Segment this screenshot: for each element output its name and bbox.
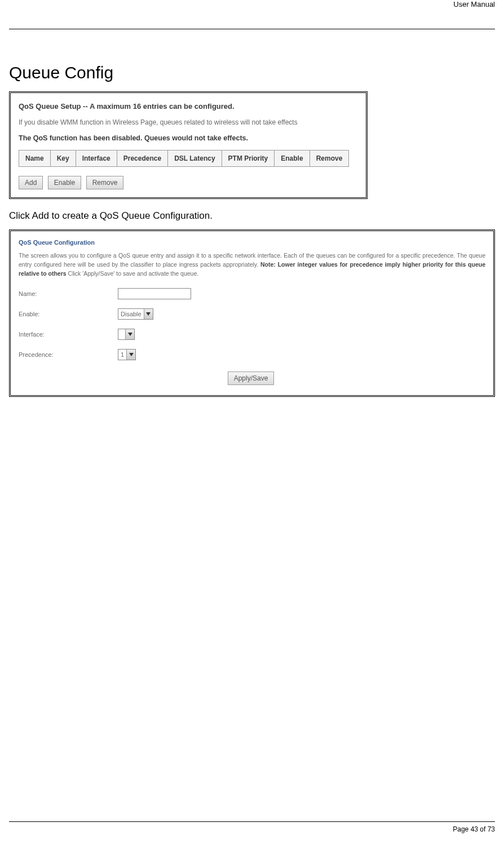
row-interface: Interface:	[19, 329, 485, 340]
chevron-down-icon	[126, 350, 135, 360]
page-footer: Page 43 of 73	[9, 821, 495, 833]
enable-button[interactable]: Enable	[48, 176, 81, 189]
chevron-down-icon	[125, 329, 134, 339]
col-enable: Enable	[275, 151, 310, 167]
label-enable: Enable:	[19, 311, 118, 317]
col-interface: Interface	[76, 151, 117, 167]
page-title: Queue Config	[9, 63, 495, 82]
add-button[interactable]: Add	[19, 176, 43, 189]
col-name: Name	[19, 151, 51, 167]
svg-marker-1	[128, 333, 132, 336]
label-interface: Interface:	[19, 331, 118, 338]
enable-select[interactable]: Disable	[118, 308, 153, 320]
remove-button[interactable]: Remove	[86, 176, 124, 189]
chevron-down-icon	[144, 309, 153, 319]
panel-setup-note: If you disable WMM function in Wireless …	[19, 118, 358, 126]
qos-setup-panel: QoS Queue Setup -- A maximum 16 entries …	[9, 91, 368, 199]
panel-config-desc: The screen allows you to configure a QoS…	[19, 251, 485, 278]
row-precedence: Precedence: 1	[19, 349, 485, 360]
enable-value: Disable	[121, 311, 144, 317]
instruction-text: Click Add to create a QoS Queue Configur…	[9, 210, 495, 222]
apply-row: Apply/Save	[19, 372, 485, 385]
desc-post: Click 'Apply/Save' to save and activate …	[67, 270, 199, 277]
name-input[interactable]	[118, 288, 191, 299]
row-enable: Enable: Disable	[19, 308, 485, 320]
setup-button-row: Add Enable Remove	[19, 176, 358, 189]
doc-header: User Manual	[9, 0, 495, 11]
panel-setup-status: The QoS function has been disabled. Queu…	[19, 134, 358, 142]
table-header-row: Name Key Interface Precedence DSL Latenc…	[19, 151, 349, 167]
precedence-select[interactable]: 1	[118, 349, 136, 360]
col-remove: Remove	[310, 151, 349, 167]
panel-setup-title: QoS Queue Setup -- A maximum 16 entries …	[19, 102, 358, 110]
svg-marker-2	[129, 353, 134, 356]
panel-config-title: QoS Queue Configuration	[19, 239, 485, 246]
label-name: Name:	[19, 290, 118, 297]
qos-config-panel: QoS Queue Configuration The screen allow…	[9, 229, 495, 397]
svg-marker-0	[146, 312, 151, 316]
label-precedence: Precedence:	[19, 351, 118, 358]
row-name: Name:	[19, 288, 485, 299]
col-ptm-priority: PTM Priority	[222, 151, 275, 167]
queue-table: Name Key Interface Precedence DSL Latenc…	[19, 150, 349, 167]
page-number: Page 43 of 73	[9, 822, 495, 833]
precedence-value: 1	[121, 351, 126, 358]
apply-save-button[interactable]: Apply/Save	[228, 372, 275, 385]
header-rule	[9, 29, 495, 29]
col-precedence: Precedence	[117, 151, 167, 167]
col-key: Key	[50, 151, 76, 167]
col-dsl-latency: DSL Latency	[168, 151, 222, 167]
interface-select[interactable]	[118, 329, 135, 340]
